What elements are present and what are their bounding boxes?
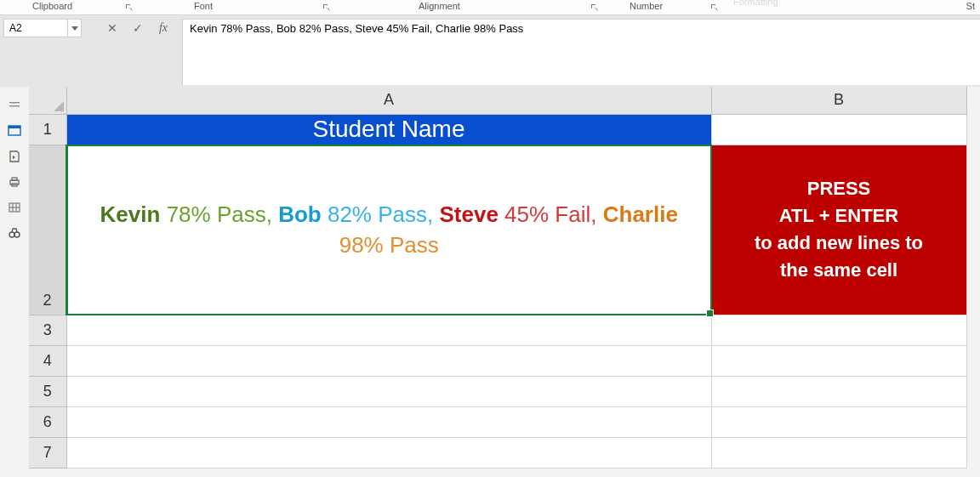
segment-steve-pct: 45% Fail, bbox=[504, 202, 596, 227]
binoculars-icon[interactable] bbox=[8, 226, 21, 240]
cell-A3[interactable] bbox=[66, 315, 711, 345]
segment-kevin: Kevin bbox=[100, 202, 161, 227]
worksheet-grid[interactable]: A B 1 Student Name 2 Kevin 78% Pass, Bob… bbox=[29, 87, 980, 477]
row-header-6[interactable]: 6 bbox=[29, 406, 66, 437]
message-line3: to add new lines to bbox=[726, 230, 953, 257]
cell-A4[interactable] bbox=[66, 345, 711, 376]
enter-icon[interactable]: ✓ bbox=[131, 21, 145, 35]
message-line1: PRESS bbox=[726, 175, 953, 202]
formula-input[interactable]: Kevin 78% Pass, Bob 82% Pass, Steve 45% … bbox=[182, 19, 980, 87]
grid-icon[interactable] bbox=[8, 201, 21, 214]
cell-B4[interactable] bbox=[711, 345, 966, 376]
cell-B3[interactable] bbox=[711, 315, 966, 345]
ribbon-clipboard-label: Clipboard bbox=[32, 1, 72, 11]
insert-function-icon[interactable]: fx bbox=[157, 21, 170, 35]
row-header-7[interactable]: 7 bbox=[29, 437, 66, 468]
dialog-launcher-icon[interactable] bbox=[323, 4, 330, 11]
ribbon-font-label: Font bbox=[194, 1, 213, 11]
ribbon-alignment-label: Alignment bbox=[419, 1, 460, 11]
svg-rect-3 bbox=[9, 126, 20, 128]
row-header-2[interactable]: 2 bbox=[29, 145, 66, 315]
cell-A1[interactable]: Student Name bbox=[66, 114, 711, 145]
formula-bar: A2 ✕ ✓ fx Kevin 78% Pass, Bob 82% Pass, … bbox=[0, 15, 980, 87]
row-header-4[interactable]: 4 bbox=[29, 345, 66, 376]
message-line2: ATL + ENTER bbox=[726, 202, 953, 230]
segment-bob-pct: 82% Pass, bbox=[328, 202, 433, 227]
row-header-3[interactable]: 3 bbox=[29, 315, 66, 345]
ribbon-number-label: Number bbox=[630, 1, 663, 11]
column-header-A[interactable]: A bbox=[66, 87, 711, 114]
ribbon-formatting-ghost: Formatting bbox=[733, 0, 778, 7]
segment-charlie-pct: 98% Pass bbox=[339, 232, 439, 258]
dialog-launcher-icon[interactable] bbox=[711, 4, 718, 11]
cell-A7[interactable] bbox=[66, 437, 711, 468]
cell-B6[interactable] bbox=[711, 406, 966, 437]
cell-A5[interactable] bbox=[66, 376, 711, 406]
select-all-corner[interactable] bbox=[29, 87, 66, 114]
name-box-value: A2 bbox=[9, 22, 22, 34]
cancel-icon[interactable]: ✕ bbox=[105, 21, 119, 35]
svg-point-12 bbox=[14, 232, 20, 237]
segment-steve: Steve bbox=[439, 202, 498, 227]
column-header-B[interactable]: B bbox=[711, 87, 966, 114]
cell-A2[interactable]: Kevin 78% Pass, Bob 82% Pass, Steve 45% … bbox=[66, 145, 711, 315]
ribbon-styles-suffix: St bbox=[966, 1, 975, 11]
ribbon-group-labels: Clipboard Font Alignment Number Formatti… bbox=[0, 0, 980, 15]
segment-bob: Bob bbox=[278, 202, 322, 227]
name-box-dropdown[interactable] bbox=[68, 19, 82, 37]
window-icon[interactable] bbox=[8, 124, 21, 138]
segment-kevin-pct: 78% Pass, bbox=[167, 202, 272, 227]
svg-point-11 bbox=[9, 232, 14, 237]
cell-B5[interactable] bbox=[711, 376, 966, 406]
selection-outline bbox=[66, 145, 712, 315]
row-header-1[interactable]: 1 bbox=[29, 114, 66, 145]
name-box[interactable]: A2 bbox=[3, 19, 68, 37]
cell-B1[interactable] bbox=[711, 114, 966, 145]
message-line4: the same cell bbox=[726, 257, 953, 284]
quick-access-strip bbox=[0, 87, 29, 477]
svg-rect-1 bbox=[9, 105, 20, 106]
handle-icon[interactable] bbox=[8, 99, 21, 112]
printer-icon[interactable] bbox=[8, 175, 21, 189]
svg-rect-0 bbox=[9, 102, 20, 103]
cell-A6[interactable] bbox=[66, 406, 711, 437]
cell-B2[interactable]: PRESS ATL + ENTER to add new lines to th… bbox=[711, 145, 966, 315]
formula-text: Kevin 78% Pass, Bob 82% Pass, Steve 45% … bbox=[190, 22, 523, 35]
segment-charlie: Charlie bbox=[603, 202, 678, 227]
dialog-launcher-icon[interactable] bbox=[591, 4, 598, 11]
svg-rect-5 bbox=[12, 178, 17, 180]
row-header-5[interactable]: 5 bbox=[29, 376, 66, 406]
dialog-launcher-icon[interactable] bbox=[126, 4, 133, 11]
cell-B7[interactable] bbox=[711, 437, 966, 468]
note-icon[interactable] bbox=[8, 150, 21, 163]
